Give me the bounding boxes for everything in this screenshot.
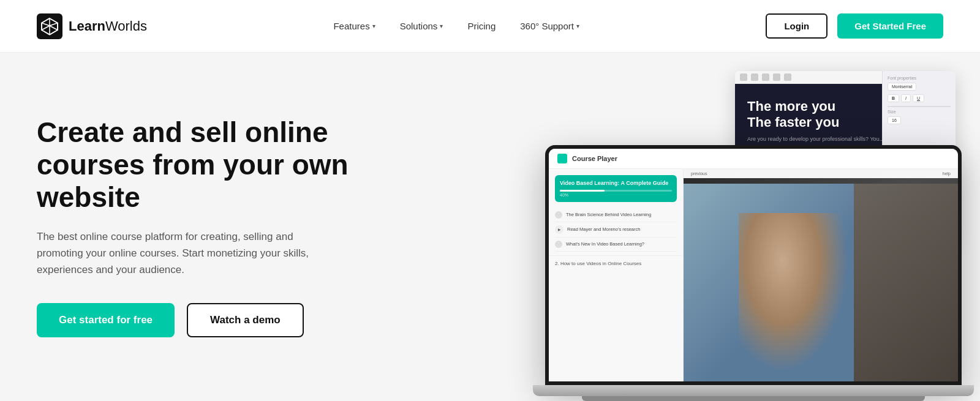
hero-title: Create and sell online courses from your… <box>37 116 380 214</box>
cp-video-content <box>684 184 958 381</box>
cp-course-card: Video Based Learning: A Complete Guide 4… <box>555 175 677 202</box>
pb-size-label: Size <box>888 110 951 114</box>
pb-divider <box>888 106 951 107</box>
toolbar-icon-2 <box>751 73 758 81</box>
pb-verify-text: name <box>748 212 760 217</box>
pb-login-btn[interactable]: Log in here <box>794 151 832 162</box>
pb-bold-btn[interactable]: B <box>888 94 899 102</box>
laptop-screen-inner: Course Player Video Based Learning: A Co… <box>549 149 958 381</box>
hero-section: Create and sell online courses from your… <box>0 53 980 401</box>
cp-logo-icon <box>557 154 567 163</box>
pb-dark-panel: The more you The faster you Are you read… <box>735 84 956 187</box>
cp-title: Course Player <box>572 155 617 162</box>
play-icon: ▶ <box>555 225 564 234</box>
pb-signup-btn[interactable]: Sign up now <box>747 151 789 162</box>
toolbar-icon-5 <box>784 73 791 81</box>
nav-links: Features ▾ Solutions ▾ Pricing 360° Supp… <box>333 21 579 31</box>
cp-face-suggestion <box>739 213 848 371</box>
cp-sidebar: Video Based Learning: A Complete Guide 4… <box>549 169 684 381</box>
laptop-foot <box>582 396 925 401</box>
pb-size-input[interactable]: 16 <box>888 116 901 124</box>
chevron-down-icon: ▾ <box>576 23 579 29</box>
nav-actions: Login Get Started Free <box>766 13 943 39</box>
pb-edit-label: ✏Add CTA <box>747 167 943 172</box>
laptop-screen: Course Player Video Based Learning: A Co… <box>545 145 962 385</box>
pb-verify-dot <box>742 212 746 216</box>
toolbar-icon-4 <box>773 73 780 81</box>
pb-email-input[interactable] <box>742 199 948 209</box>
hero-cta-button[interactable]: Get started for free <box>37 303 175 337</box>
cp-lesson-number: 2. How to use Videos in Online Courses <box>549 255 683 271</box>
hero-content: Create and sell online courses from your… <box>37 116 380 373</box>
cp-video-bg: previous help <box>684 169 958 381</box>
hero-demo-button[interactable]: Watch a demo <box>187 303 304 337</box>
cp-bookshelf <box>854 184 958 381</box>
lesson-text-2: Read Mayer and Moreno's research <box>567 227 640 233</box>
list-item: What's New In Video Based Learning? <box>555 238 677 252</box>
cp-progress-bar <box>560 190 672 192</box>
chevron-down-icon: ▾ <box>372 23 375 29</box>
get-started-nav-button[interactable]: Get Started Free <box>837 13 943 39</box>
lesson-text-1: The Brain Science Behind Video Learning <box>566 212 651 218</box>
page-builder-popup: The more you The faster you Are you read… <box>735 71 956 241</box>
chevron-down-icon: ▾ <box>440 23 443 29</box>
cp-lesson-list: The Brain Science Behind Video Learning … <box>549 208 683 252</box>
cp-body: Video Based Learning: A Complete Guide 4… <box>549 169 958 381</box>
pb-submit-btn[interactable]: Send Verification <box>742 223 948 234</box>
cp-progress-fill <box>560 190 605 192</box>
nav-item-pricing[interactable]: Pricing <box>467 21 496 31</box>
pb-sub-text: Are you ready to develop your profession… <box>747 136 943 142</box>
logo-text: LearnWorlds <box>69 18 147 34</box>
cp-nav-bar: previous help <box>684 169 958 178</box>
toolbar-icon-3 <box>762 73 769 81</box>
pb-italic-btn[interactable]: I <box>901 94 911 102</box>
laptop-base <box>533 385 974 396</box>
pb-right-panel: Font properties Montserrat B I U Size 16 <box>882 71 956 241</box>
hero-subtitle: The best online course platform for crea… <box>37 228 331 279</box>
cp-person-area <box>684 184 854 381</box>
pb-left: The more you The faster you Are you read… <box>735 84 956 241</box>
pb-main-row: The more you The faster you Are you read… <box>735 84 956 241</box>
logo[interactable]: LearnWorlds <box>37 13 147 39</box>
list-item: ▶ Read Mayer and Moreno's research <box>555 222 677 238</box>
login-button[interactable]: Login <box>766 13 827 39</box>
cp-course-name: Video Based Learning: A Complete Guide <box>560 180 672 187</box>
logo-icon <box>37 13 62 39</box>
nav-item-solutions[interactable]: Solutions ▾ <box>400 21 443 31</box>
pb-toolbar <box>735 71 956 84</box>
lesson-check-icon-2 <box>555 241 562 248</box>
pb-font-label: Font properties <box>888 76 951 80</box>
pb-size-row: 16 <box>888 116 951 124</box>
hero-visual: The more you The faster you Are you read… <box>478 53 980 401</box>
pb-verify-row: name <box>742 212 948 217</box>
pb-cta-buttons: Sign up now Log in here <box>747 151 943 162</box>
toolbar-icon-1 <box>740 73 747 81</box>
pb-hero-line1: The more you The faster you <box>747 99 943 131</box>
pb-form-area: Email Verification Sending name Send Ver… <box>735 187 956 241</box>
pb-form-label: Email Verification Sending <box>742 193 948 197</box>
pb-font-row: Montserrat <box>888 83 951 91</box>
course-player: Course Player Video Based Learning: A Co… <box>549 149 958 381</box>
hero-buttons: Get started for free Watch a demo <box>37 303 380 337</box>
navbar: LearnWorlds Features ▾ Solutions ▾ Prici… <box>0 0 980 53</box>
lesson-text-3: What's New In Video Based Learning? <box>566 241 644 247</box>
lesson-check-icon <box>555 211 562 219</box>
pb-underline-btn[interactable]: U <box>913 94 924 102</box>
nav-item-support[interactable]: 360° Support ▾ <box>520 21 579 31</box>
list-item: The Brain Science Behind Video Learning <box>555 208 677 222</box>
laptop-mockup: Course Player Video Based Learning: A Co… <box>545 145 962 401</box>
cp-progress-label: 40% <box>560 193 672 197</box>
pb-font-selector[interactable]: Montserrat <box>888 83 916 91</box>
nav-item-features[interactable]: Features ▾ <box>333 21 375 31</box>
pb-style-buttons: B I U <box>888 94 951 102</box>
cp-header: Course Player <box>549 149 958 169</box>
cp-video-area: previous help <box>684 169 958 381</box>
